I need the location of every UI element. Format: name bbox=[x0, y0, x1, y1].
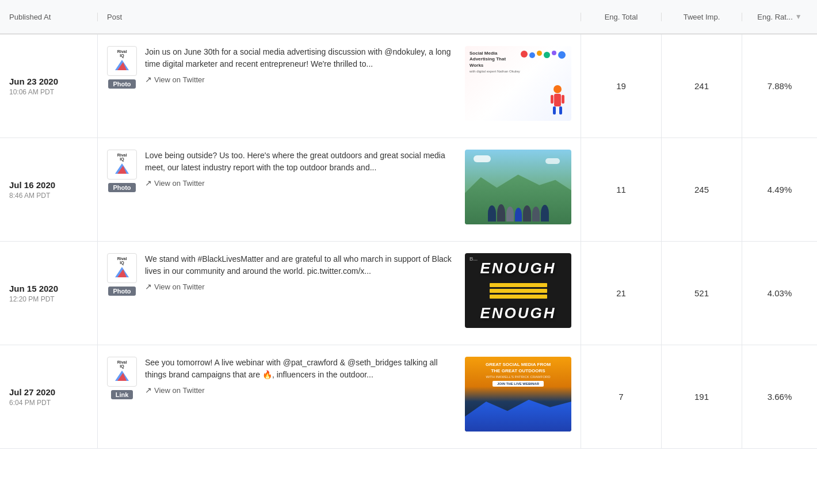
post-content: Join us on June 30th for a social media … bbox=[145, 46, 457, 84]
row-post: Rival IQ Photo We stand with #BlackLives… bbox=[98, 242, 581, 345]
external-link-icon: ↗ bbox=[145, 178, 152, 188]
avatar: Rival IQ bbox=[107, 46, 137, 76]
table-row: Jul 27 2020 6:04 PM PDT Rival IQ Link bbox=[0, 345, 817, 449]
row-published-date: Jun 15 2020 12:20 PM PDT bbox=[0, 242, 98, 345]
row-eng-total: 19 bbox=[581, 35, 662, 138]
row-eng-total: 21 bbox=[581, 242, 662, 345]
post-content: Love being outside? Us too. Here's where… bbox=[145, 150, 457, 188]
rival-iq-logo: Rival IQ bbox=[113, 257, 131, 280]
post-thumbnail: Great Social Media FromThe Great Outdoor… bbox=[465, 357, 571, 432]
post-text: See you tomorrow! A live webinar with @p… bbox=[145, 357, 457, 381]
row-eng-rat: 7.88% bbox=[742, 35, 817, 138]
post-image-section bbox=[465, 150, 571, 224]
svg-rect-6 bbox=[551, 95, 553, 104]
date-time: 12:20 PM PDT bbox=[9, 295, 88, 303]
view-on-twitter-link[interactable]: ↗ View on Twitter bbox=[145, 75, 457, 84]
row-post: Rival IQ Photo Join us on June 30th for … bbox=[98, 35, 581, 138]
data-table: Published At Post Eng. Total Tweet Imp. … bbox=[0, 0, 817, 449]
row-tweet-imp: 241 bbox=[662, 35, 742, 138]
external-link-icon: ↗ bbox=[145, 282, 152, 291]
avatar: Rival IQ bbox=[107, 253, 137, 283]
rival-iq-icon bbox=[113, 265, 131, 280]
svg-rect-3 bbox=[554, 94, 561, 106]
post-type-badge: Link bbox=[111, 390, 133, 399]
post-image-section: Social MediaAdvertising ThatWorks with d… bbox=[465, 46, 571, 121]
col-header-tweet-imp: Tweet Imp. bbox=[662, 13, 742, 21]
external-link-icon: ↗ bbox=[145, 385, 152, 395]
post-thumbnail bbox=[465, 150, 571, 224]
row-post: Rival IQ Link See you tomorrow! A live w… bbox=[98, 345, 581, 448]
row-post: Rival IQ Photo Love being outside? Us to… bbox=[98, 138, 581, 241]
post-type-badge: Photo bbox=[108, 183, 135, 192]
rival-iq-logo: Rival IQ bbox=[113, 49, 131, 72]
table-header: Published At Post Eng. Total Tweet Imp. … bbox=[0, 0, 817, 35]
table-row: Jul 16 2020 8:46 AM PDT Rival IQ Photo bbox=[0, 138, 817, 242]
svg-rect-7 bbox=[562, 95, 564, 104]
row-tweet-imp: 245 bbox=[662, 138, 742, 241]
view-on-twitter-link[interactable]: ↗ View on Twitter bbox=[145, 385, 457, 395]
row-eng-total: 7 bbox=[581, 345, 662, 448]
row-eng-total: 11 bbox=[581, 138, 662, 241]
date-time: 10:06 AM PDT bbox=[9, 88, 88, 96]
rival-iq-icon bbox=[113, 161, 131, 176]
table-row: Jun 15 2020 12:20 PM PDT Rival IQ Phot bbox=[0, 242, 817, 345]
date-time: 8:46 AM PDT bbox=[9, 192, 88, 200]
external-link-icon: ↗ bbox=[145, 75, 152, 84]
row-eng-rat: 4.49% bbox=[742, 138, 817, 241]
rival-iq-icon bbox=[113, 58, 131, 72]
sort-icon[interactable]: ▼ bbox=[795, 13, 802, 21]
row-tweet-imp: 521 bbox=[662, 242, 742, 345]
col-header-published: Published At bbox=[0, 13, 98, 21]
avatar: Rival IQ bbox=[107, 150, 137, 180]
post-text: We stand with #BlackLivesMatter and are … bbox=[145, 253, 457, 277]
date-main: Jun 15 2020 bbox=[9, 283, 88, 295]
post-image-section: Great Social Media FromThe Great Outdoor… bbox=[465, 357, 571, 432]
post-text: Join us on June 30th for a social media … bbox=[145, 46, 457, 70]
post-avatar-section: Rival IQ Photo bbox=[107, 150, 137, 192]
date-main: Jul 16 2020 bbox=[9, 180, 88, 191]
svg-rect-5 bbox=[559, 106, 562, 114]
post-type-badge: Photo bbox=[108, 287, 135, 296]
rival-iq-logo: Rival IQ bbox=[113, 153, 131, 176]
row-eng-rat: 4.03% bbox=[742, 242, 817, 345]
post-image-section: ENOUGH ENOUGH B... bbox=[465, 253, 571, 328]
row-published-date: Jun 23 2020 10:06 AM PDT bbox=[0, 35, 98, 138]
post-avatar-section: Rival IQ Link bbox=[107, 357, 137, 399]
row-published-date: Jul 27 2020 6:04 PM PDT bbox=[0, 345, 98, 448]
date-main: Jun 23 2020 bbox=[9, 76, 88, 87]
view-on-twitter-link[interactable]: ↗ View on Twitter bbox=[145, 282, 457, 291]
post-avatar-section: Rival IQ Photo bbox=[107, 253, 137, 296]
col-header-eng-rat: Eng. Rat... ▼ bbox=[742, 13, 817, 21]
post-type-badge: Photo bbox=[108, 79, 135, 89]
row-eng-rat: 3.66% bbox=[742, 345, 817, 448]
svg-point-2 bbox=[553, 85, 562, 93]
col-header-eng-total: Eng. Total bbox=[581, 13, 662, 21]
view-on-twitter-link[interactable]: ↗ View on Twitter bbox=[145, 178, 457, 188]
post-content: See you tomorrow! A live webinar with @p… bbox=[145, 357, 457, 395]
row-tweet-imp: 191 bbox=[662, 345, 742, 448]
rival-iq-logo: Rival IQ bbox=[113, 360, 131, 383]
post-content: We stand with #BlackLivesMatter and are … bbox=[145, 253, 457, 291]
table-row: Jun 23 2020 10:06 AM PDT Rival IQ Phot bbox=[0, 35, 817, 138]
svg-rect-4 bbox=[553, 106, 556, 114]
col-header-post: Post bbox=[98, 13, 581, 21]
avatar: Rival IQ bbox=[107, 357, 137, 387]
rival-iq-icon bbox=[113, 368, 131, 383]
date-main: Jul 27 2020 bbox=[9, 387, 88, 398]
post-thumbnail: Social MediaAdvertising ThatWorks with d… bbox=[465, 46, 571, 121]
post-avatar-section: Rival IQ Photo bbox=[107, 46, 137, 89]
post-text: Love being outside? Us too. Here's where… bbox=[145, 150, 457, 174]
date-time: 6:04 PM PDT bbox=[9, 399, 88, 407]
row-published-date: Jul 16 2020 8:46 AM PDT bbox=[0, 138, 98, 241]
post-thumbnail: ENOUGH ENOUGH B... bbox=[465, 253, 571, 328]
